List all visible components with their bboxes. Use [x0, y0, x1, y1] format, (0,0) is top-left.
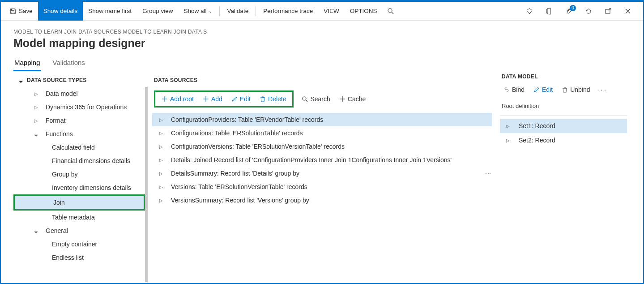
- tree-item[interactable]: Endless list: [13, 251, 145, 264]
- performance-trace-button[interactable]: Performance trace: [258, 2, 318, 21]
- search-icon: [302, 96, 308, 102]
- add-root-label: Add root: [170, 95, 194, 103]
- add-button[interactable]: Add: [199, 94, 226, 104]
- data-model-header: DATA MODEL: [500, 73, 627, 82]
- search-button[interactable]: Search: [298, 94, 333, 104]
- data-source-item[interactable]: Configurations: Table 'ERSolutionTable' …: [152, 126, 492, 140]
- delete-button[interactable]: Delete: [256, 94, 290, 104]
- data-sources-list: ConfigurationProviders: Table 'ERVendorT…: [152, 113, 492, 207]
- options-button[interactable]: OPTIONS: [345, 2, 383, 21]
- show-details-button[interactable]: Show details: [38, 2, 83, 21]
- cache-button[interactable]: Cache: [336, 94, 369, 104]
- view-button[interactable]: VIEW: [318, 2, 345, 21]
- caret-right-icon: [159, 171, 167, 176]
- data-source-label: DetailsSummary: Record list 'Details' gr…: [171, 170, 299, 177]
- validate-button[interactable]: Validate: [222, 2, 254, 21]
- tree-item-label: Group by: [52, 171, 78, 178]
- tree-item[interactable]: General: [13, 224, 145, 237]
- tree-item[interactable]: Dynamics 365 for Operations: [13, 100, 145, 114]
- tree-item-label: Endless list: [52, 254, 84, 261]
- edit-label: Edit: [542, 86, 553, 93]
- gem-icon-button[interactable]: [521, 3, 537, 19]
- validate-label: Validate: [227, 8, 248, 14]
- toolbar: Save Show details Show name first Group …: [1, 2, 643, 21]
- data-source-label: ConfigurationVersions: Table 'ERSolution…: [171, 143, 345, 150]
- tab-validations[interactable]: Validations: [52, 56, 86, 71]
- pencil-icon: [533, 86, 540, 93]
- root-definition-label: Root definition: [500, 97, 627, 113]
- search-icon: [387, 8, 394, 15]
- tree-item-label: Data model: [46, 90, 78, 97]
- data-model-item[interactable]: Set2: Record: [500, 133, 627, 147]
- left-panel: DATA SOURCE TYPES Data modelDynamics 365…: [13, 73, 148, 282]
- office-icon: [546, 8, 553, 15]
- trash-icon: [562, 86, 568, 93]
- caret-right-icon: [32, 105, 40, 110]
- show-all-dropdown[interactable]: Show all ⌄: [178, 2, 218, 21]
- cache-label: Cache: [348, 95, 366, 103]
- tree-item[interactable]: Inventory dimensions details: [13, 181, 145, 194]
- tree-item[interactable]: Join: [13, 194, 145, 211]
- caret-right-icon: [32, 118, 40, 123]
- data-source-item[interactable]: ConfigurationProviders: Table 'ERVendorT…: [152, 113, 492, 126]
- bind-button[interactable]: Bind: [500, 84, 528, 95]
- panel-header-label: DATA SOURCE TYPES: [27, 77, 87, 83]
- ellipsis-icon: · · ·: [597, 86, 606, 93]
- close-button[interactable]: [620, 3, 636, 19]
- tabs: Mapping Validations: [13, 56, 631, 72]
- tree-item[interactable]: Table metadata: [13, 211, 145, 224]
- caret-right-icon: [159, 131, 167, 136]
- add-root-button[interactable]: Add root: [158, 94, 197, 104]
- data-sources-header: DATA SOURCES: [152, 73, 492, 87]
- delete-label: Delete: [268, 95, 286, 103]
- tree-item-label: Dynamics 365 for Operations: [46, 103, 127, 111]
- data-source-item[interactable]: DetailsSummary: Record list 'Details' gr…: [152, 167, 492, 180]
- more-icon[interactable]: ⋮: [485, 171, 492, 176]
- separator: [256, 6, 256, 16]
- caret-right-icon: [159, 117, 167, 122]
- bind-label: Bind: [512, 86, 525, 93]
- group-view-button[interactable]: Group view: [137, 2, 178, 21]
- caret-right-icon: [32, 91, 40, 96]
- popout-button[interactable]: [600, 3, 616, 19]
- tree-item[interactable]: Financial dimensions details: [13, 154, 145, 168]
- tree-item[interactable]: Data model: [13, 87, 145, 100]
- tree-item-label: Calculated field: [52, 144, 95, 151]
- middle-panel: DATA SOURCES Add root Add Edit: [148, 73, 496, 282]
- show-name-first-button[interactable]: Show name first: [83, 2, 137, 21]
- svg-line-4: [306, 100, 307, 102]
- tree-item[interactable]: Format: [13, 114, 145, 127]
- pencil-icon: [231, 96, 238, 102]
- office-icon-button[interactable]: [541, 3, 557, 19]
- tree-item[interactable]: Group by: [13, 168, 145, 181]
- tree-item[interactable]: Functions: [13, 127, 145, 141]
- tree-item[interactable]: Empty container: [13, 237, 145, 251]
- attachment-button[interactable]: 0: [561, 3, 577, 19]
- data-source-item[interactable]: Details: Joined Record list of 'Configur…: [152, 153, 492, 167]
- trash-icon: [260, 96, 266, 102]
- search-button[interactable]: [383, 2, 399, 21]
- refresh-button[interactable]: [580, 3, 597, 19]
- save-button[interactable]: Save: [4, 2, 38, 21]
- right-panel: DATA MODEL Bind Edit Unbind · · · R: [496, 73, 631, 282]
- data-source-types-header[interactable]: DATA SOURCE TYPES: [13, 73, 148, 87]
- more-button[interactable]: · · ·: [596, 84, 608, 95]
- caret-right-icon: [506, 138, 515, 143]
- tree-item[interactable]: Calculated field: [13, 141, 145, 154]
- data-source-item[interactable]: VersionsSummary: Record list 'Versions' …: [152, 194, 492, 207]
- unbind-button[interactable]: Unbind: [558, 84, 593, 95]
- data-source-item[interactable]: ConfigurationVersions: Table 'ERSolution…: [152, 140, 492, 153]
- data-model-item[interactable]: Set1: Record: [500, 119, 627, 133]
- edit-button[interactable]: Edit: [530, 84, 556, 95]
- caret-right-icon: [159, 158, 167, 163]
- tab-mapping[interactable]: Mapping: [13, 56, 41, 71]
- data-source-item[interactable]: Versions: Table 'ERSolutionVersionTable'…: [152, 180, 492, 194]
- tree-item-label: Functions: [46, 130, 73, 138]
- tree-item-label: Table metadata: [52, 214, 95, 221]
- unbind-label: Unbind: [570, 86, 590, 93]
- edit-button[interactable]: Edit: [228, 94, 254, 104]
- link-icon: [503, 86, 510, 93]
- highlighted-action-group: Add root Add Edit Delete: [154, 90, 294, 108]
- tree-item-label: General: [46, 227, 68, 234]
- main-layout: DATA SOURCE TYPES Data modelDynamics 365…: [13, 73, 631, 282]
